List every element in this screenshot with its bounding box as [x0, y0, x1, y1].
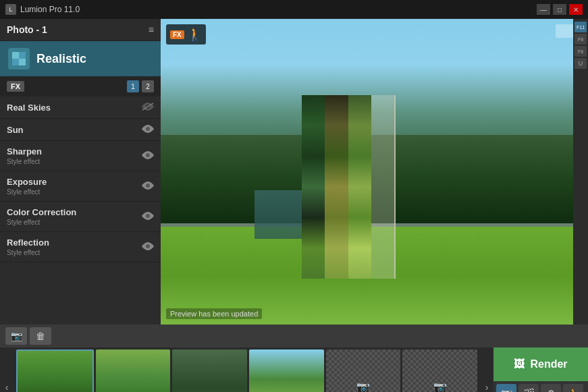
render-tool-person[interactable]: 🚶 [563, 384, 583, 392]
svg-rect-0 [12, 52, 19, 59]
fx-page-1[interactable]: 1 [127, 80, 139, 92]
cc-strip-2 [325, 95, 348, 279]
fx-item-exposure-sub: Style effect [7, 188, 47, 196]
film-thumb-6-bg: 📷 [402, 349, 477, 392]
window-controls: — □ ✕ [537, 4, 583, 15]
maximize-button[interactable]: □ [553, 4, 566, 15]
fx-item-exposure[interactable]: Exposure Style effect [0, 171, 161, 202]
fx-pages: 1 2 [127, 80, 154, 92]
main-layout: Photo - 1 ≡ Realistic FX 1 2 [0, 19, 588, 325]
real-skies-eye-icon[interactable] [142, 102, 154, 113]
center-area: FX 🚶 F11 F8 F8 U Preview has been update… [161, 19, 588, 325]
fx-item-color-correction-sub: Style effect [7, 219, 76, 226]
viewport-right-buttons: F11 F8 F8 U [573, 19, 588, 325]
fx-item-content: Real Skies [7, 103, 51, 113]
u-button[interactable]: U [574, 58, 587, 69]
svg-point-8 [146, 184, 150, 188]
style-label: Realistic [36, 52, 86, 66]
filmstrip-nav-left[interactable]: ‹ [0, 347, 14, 392]
film-thumb-4[interactable]: Photo - 4 [249, 349, 324, 392]
film-thumb-2[interactable]: Photo - 2 [96, 349, 171, 392]
title-bar-left: L Lumion Pro 11.0 [5, 4, 80, 15]
menu-icon[interactable]: ≡ [149, 24, 154, 35]
f8-top-button[interactable]: F8 [574, 34, 587, 45]
render-tool-movie[interactable]: 🎬 [518, 384, 539, 392]
fx-badge-text: FX [170, 30, 184, 39]
fx-item-content: Sharpen Style effect [7, 146, 42, 165]
reflection-eye-icon[interactable] [142, 242, 154, 252]
svg-rect-2 [12, 59, 19, 65]
render-label: Render [530, 358, 567, 370]
fx-page-2[interactable]: 2 [142, 80, 154, 92]
render-tool-settings[interactable]: ⚙ [541, 384, 561, 392]
film-thumb-2-bg [96, 349, 171, 392]
style-banner[interactable]: Realistic [0, 41, 161, 76]
fx-item-real-skies[interactable]: Real Skies [0, 96, 161, 119]
fx-item-sharpen-label: Sharpen [7, 146, 42, 157]
cc-strip-1 [302, 95, 325, 279]
film-thumb-4-bg [249, 349, 324, 392]
filmstrip-area: ‹ Photo - 1 Photo - 2 Photo - 3 Photo - … [0, 347, 588, 392]
viewport: FX 🚶 F11 F8 F8 U Preview has been update… [161, 19, 588, 325]
add-photo-button[interactable]: 📷 [5, 327, 27, 345]
fx-label: FX [7, 81, 24, 92]
svg-rect-1 [19, 52, 26, 59]
fx-item-sun[interactable]: Sun [0, 119, 161, 141]
fx-item-reflection[interactable]: Reflection Style effect [0, 232, 161, 262]
color-correction-eye-icon[interactable] [142, 211, 154, 222]
film-thumb-6[interactable]: 📷 6 [402, 349, 477, 392]
film-thumb-5[interactable]: 📷 5 [326, 349, 401, 392]
fx-item-sun-label: Sun [7, 125, 24, 135]
film-thumb-5-bg: 📷 [326, 349, 401, 392]
title-text: Lumion Pro 11.0 [20, 5, 80, 14]
preview-updated-message: Preview has been updated [166, 308, 262, 319]
svg-point-9 [146, 214, 150, 218]
fx-item-content: Exposure Style effect [7, 177, 47, 196]
filmstrip: Photo - 1 Photo - 2 Photo - 3 Photo - 4 … [14, 347, 480, 392]
title-bar: L Lumion Pro 11.0 — □ ✕ [0, 0, 588, 19]
delete-photo-button[interactable]: 🗑 [30, 327, 51, 345]
close-button[interactable]: ✕ [569, 4, 583, 15]
fx-badge: FX 🚶 [166, 24, 206, 45]
fx-item-color-correction[interactable]: Color Correction Style effect [0, 202, 161, 232]
fx-item-reflection-label: Reflection [7, 237, 49, 248]
svg-point-6 [146, 127, 150, 131]
render-icon: 🖼 [514, 358, 525, 370]
film-thumb-1[interactable]: Photo - 1 [16, 349, 94, 392]
bottom-section: 📷 🗑 ‹ Photo - 1 Photo - 2 Photo - 3 Phot… [0, 325, 588, 392]
render-button[interactable]: 🖼 Render [493, 347, 588, 381]
fx-item-content: Sun [7, 125, 24, 135]
style-icon [8, 48, 30, 69]
svg-point-10 [146, 244, 150, 248]
fx-item-content: Color Correction Style effect [7, 207, 76, 226]
render-tool-camera[interactable]: 📷 [496, 384, 516, 392]
app-icon: L [5, 4, 16, 15]
cc-strip-3 [348, 95, 371, 279]
render-tools: 📷 🎬 ⚙ 🚶 👁 💾 ? [493, 381, 588, 392]
film-thumb-1-bg [18, 351, 92, 392]
svg-point-7 [146, 153, 150, 157]
fx-item-color-correction-label: Color Correction [7, 207, 76, 217]
sharpen-eye-icon[interactable] [142, 150, 154, 161]
photo-header: Photo - 1 ≡ [0, 19, 161, 41]
exposure-eye-icon[interactable] [142, 181, 154, 192]
sun-eye-icon[interactable] [142, 124, 154, 135]
svg-rect-3 [19, 59, 26, 65]
fx-item-exposure-label: Exposure [7, 177, 47, 187]
fx-item-reflection-sub: Style effect [7, 249, 49, 256]
bottom-toolbar: 📷 🗑 [0, 325, 588, 347]
f8-bottom-button[interactable]: F8 [574, 46, 587, 57]
fx-item-sharpen[interactable]: Sharpen Style effect [0, 141, 161, 171]
left-panel: Photo - 1 ≡ Realistic FX 1 2 [0, 19, 161, 325]
photo-title: Photo - 1 [7, 24, 47, 35]
fx-header: FX 1 2 [0, 76, 161, 96]
fx-item-sharpen-sub: Style effect [7, 158, 42, 165]
fx-item-content: Reflection Style effect [7, 237, 49, 256]
filmstrip-nav-right[interactable]: › [480, 347, 493, 392]
minimize-button[interactable]: — [537, 4, 550, 15]
f11-button[interactable]: F11 [574, 22, 587, 32]
cc-strip-divider [371, 95, 396, 279]
film-thumb-3[interactable]: Photo - 3 [172, 349, 247, 392]
film-thumb-3-bg [172, 349, 247, 392]
cc-overlay [302, 95, 396, 279]
